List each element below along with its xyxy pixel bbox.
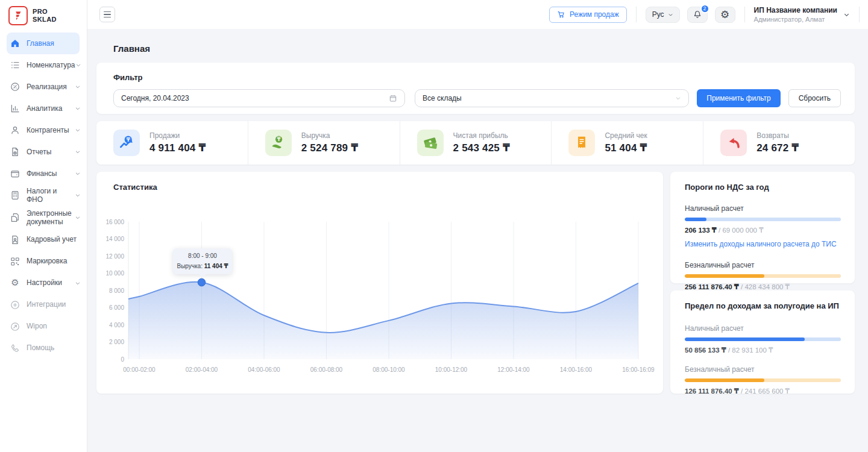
progress-section: Наличный расчет 50 856 133 ₸ / 82 931 10… bbox=[685, 324, 841, 354]
user-icon bbox=[10, 125, 20, 136]
company-role: Администратор, Алмат bbox=[754, 16, 837, 23]
sidebar-item-label: Настройки bbox=[27, 278, 62, 287]
plus-circle-icon bbox=[10, 300, 20, 310]
wallet-icon bbox=[10, 168, 20, 179]
svg-text:6 000: 6 000 bbox=[109, 304, 124, 311]
kpi-sales: ₸ Продажи 4 911 404 ₸ bbox=[96, 121, 248, 165]
chevron-down-icon bbox=[843, 11, 850, 18]
sidebar-item-label: Электронные документы bbox=[27, 209, 75, 227]
sidebar-item-counterparties[interactable]: Контрагенты bbox=[0, 119, 87, 141]
chart-tooltip: 8:00 - 9:00 Выручка: 11 404 ₸ bbox=[173, 248, 232, 274]
sidebar-item-label: Кадровый учет bbox=[27, 235, 77, 243]
progress-bar bbox=[685, 378, 841, 382]
svg-text:10:00-12:00: 10:00-12:00 bbox=[435, 366, 468, 373]
sidebar-item-sales[interactable]: Реализация bbox=[0, 76, 87, 98]
sidebar-item-nomenclature[interactable]: Номенклатура bbox=[0, 54, 87, 76]
progress-section: Безналичный расчет 256 111 876.40 ₸ / 42… bbox=[685, 261, 841, 291]
chevron-down-icon bbox=[75, 280, 81, 286]
warehouse-value: Все склады bbox=[423, 94, 462, 102]
svg-text:14:00-16:00: 14:00-16:00 bbox=[560, 366, 593, 373]
kpi-label: Выручка bbox=[301, 131, 358, 140]
vat-panel-title: Пороги по НДС за год bbox=[685, 183, 841, 192]
sidebar-item-analytics[interactable]: Аналитика bbox=[0, 98, 87, 119]
sidebar-item-label: Номенклатура bbox=[27, 61, 75, 69]
progress-values: 206 133 ₸ / 69 000 000 ₸ bbox=[685, 226, 841, 234]
tooltip-time: 8:00 - 9:00 bbox=[175, 253, 230, 259]
sidebar-item-label: Интеграции bbox=[27, 300, 66, 309]
progress-values: 256 111 876.40 ₸ / 428 434 800 ₸ bbox=[685, 283, 841, 291]
chevron-down-icon bbox=[75, 171, 81, 177]
svg-text:14 000: 14 000 bbox=[105, 236, 124, 242]
notifications-button[interactable]: 2 bbox=[687, 7, 708, 23]
sidebar-item-wipon[interactable]: Wipon bbox=[0, 316, 87, 337]
hamburger-menu-button[interactable] bbox=[99, 7, 115, 22]
sidebar-item-integrations[interactable]: Интеграции bbox=[0, 294, 87, 316]
sidebar-item-hr[interactable]: Кадровый учет bbox=[0, 229, 87, 251]
sidebar-item-home[interactable]: Главная bbox=[7, 33, 80, 54]
filter-card: Фильтр Сегодня, 20.04.2023 Все склады Пр… bbox=[96, 63, 855, 114]
svg-text:08:00-10:00: 08:00-10:00 bbox=[373, 366, 405, 373]
cart-icon bbox=[557, 10, 565, 19]
kpi-avg-check: Средний чек 51 404 ₸ bbox=[551, 121, 703, 165]
progress-values: 50 856 133 ₸ / 82 931 100 ₸ bbox=[685, 346, 841, 354]
sidebar-item-label: Финансы bbox=[27, 169, 57, 178]
list-icon bbox=[10, 60, 20, 71]
sales-mode-button[interactable]: Режим продаж bbox=[549, 7, 627, 23]
app-logo-text: PROSKLAD bbox=[33, 8, 57, 23]
sidebar-item-help[interactable]: Помощь bbox=[0, 337, 87, 359]
banknotes-icon bbox=[417, 130, 444, 156]
qr-marking-icon bbox=[10, 256, 20, 267]
svg-text:02:00-04:00: 02:00-04:00 bbox=[186, 366, 218, 373]
svg-text:12 000: 12 000 bbox=[105, 253, 124, 260]
svg-text:₸: ₸ bbox=[277, 137, 281, 142]
settings-button[interactable]: ⚙ bbox=[715, 7, 735, 23]
hand-coin-icon: ₸ bbox=[265, 130, 292, 156]
phone-icon bbox=[10, 343, 20, 354]
svg-text:12:00-14:00: 12:00-14:00 bbox=[497, 366, 530, 373]
return-arrow-icon bbox=[720, 130, 747, 156]
progress-label: Безналичный расчет bbox=[685, 365, 841, 374]
sidebar-item-taxes[interactable]: Налоги и ФНО bbox=[0, 184, 87, 207]
sidebar-item-label: Главная bbox=[27, 39, 54, 48]
kpi-summary-card: ₸ Продажи 4 911 404 ₸ ₸ Выручка 2 524 78… bbox=[96, 121, 855, 165]
edit-cash-income-link[interactable]: Изменить доходы наличного расчета до ТИС bbox=[685, 240, 841, 248]
chevron-down-icon bbox=[668, 12, 673, 17]
svg-text:2 000: 2 000 bbox=[109, 339, 124, 345]
warehouse-select[interactable]: Все склады bbox=[415, 89, 689, 107]
reset-filter-button[interactable]: Сбросить bbox=[788, 89, 841, 107]
company-name: ИП Название компании bbox=[754, 6, 837, 14]
sidebar-item-reports[interactable]: Отчеты bbox=[0, 141, 87, 163]
vat-thresholds-panel: Пороги по НДС за год Наличный расчет 206… bbox=[670, 172, 855, 283]
kpi-label: Продажи bbox=[149, 131, 206, 140]
date-value: Сегодня, 20.04.2023 bbox=[121, 94, 189, 102]
tax-calc-icon bbox=[10, 190, 20, 201]
page-title: Главная bbox=[113, 43, 855, 54]
kpi-label: Чистая прибыль bbox=[453, 131, 510, 140]
sidebar-item-finance[interactable]: Финансы bbox=[0, 163, 87, 184]
sidebar-item-marking[interactable]: Маркировка bbox=[0, 251, 87, 272]
language-selector[interactable]: Рус bbox=[646, 7, 680, 23]
sidebar-menu: Главная Номенклатура Реализация Аналитик… bbox=[0, 33, 87, 359]
sidebar-item-label: Контрагенты bbox=[27, 126, 69, 134]
sidebar-item-settings[interactable]: ⚙ Настройки bbox=[0, 272, 87, 294]
chevron-down-icon bbox=[75, 149, 81, 155]
sales-mode-label: Режим продаж bbox=[570, 10, 619, 19]
app-logo[interactable]: PROSKLAD bbox=[0, 0, 87, 30]
apply-filter-button[interactable]: Применить фильтр bbox=[697, 89, 780, 107]
statistics-chart-card: Статистика 00:00-02:0002:00-04:0004:00-0… bbox=[96, 172, 663, 394]
account-menu[interactable]: ИП Название компании Администратор, Алма… bbox=[754, 6, 850, 23]
sidebar-item-edocs[interactable]: Электронные документы bbox=[0, 207, 87, 229]
gear-icon: ⚙ bbox=[720, 10, 729, 20]
sidebar-item-label: Помощь bbox=[27, 344, 54, 352]
prosklad-flash-icon bbox=[8, 6, 28, 25]
kpi-profit: Чистая прибыль 2 543 425 ₸ bbox=[400, 121, 552, 165]
chevron-down-icon bbox=[75, 105, 81, 111]
svg-text:00:00-02:00: 00:00-02:00 bbox=[123, 366, 156, 373]
revenue-area-chart[interactable]: 00:00-02:0002:00-04:0004:00-06:0006:00-0… bbox=[96, 172, 663, 394]
gear-icon: ⚙ bbox=[10, 278, 20, 289]
progress-values: 126 111 876.40 ₸ / 241 665 600 ₸ bbox=[685, 387, 841, 395]
kpi-value: 24 672 ₸ bbox=[756, 142, 799, 154]
date-range-input[interactable]: Сегодня, 20.04.2023 bbox=[113, 89, 405, 107]
income-panel-title: Предел по доходам за полугодие на ИП bbox=[685, 301, 841, 310]
svg-text:16:00-16:09: 16:00-16:09 bbox=[622, 366, 655, 373]
